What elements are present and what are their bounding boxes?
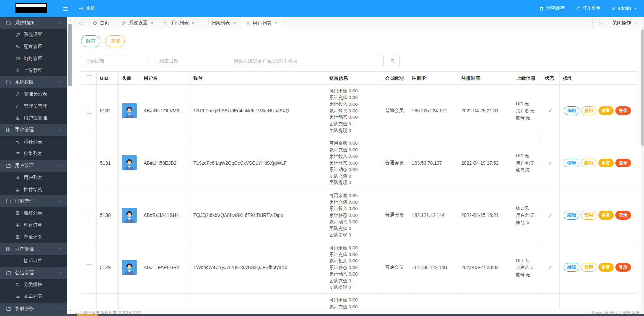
sidebar-item[interactable]: 归集列表	[0, 148, 67, 160]
column-header-uid: UID	[97, 72, 119, 85]
wealth-button[interactable]: 财富	[598, 211, 614, 220]
sitemap-icon	[15, 116, 20, 120]
clear-cache-button[interactable]: 清空缓存	[539, 5, 565, 11]
lock-icon	[15, 104, 20, 109]
sidebar-item[interactable]: 理财管理	[0, 195, 67, 207]
horizontal-scrollbar-thumb[interactable]	[77, 314, 98, 316]
tab[interactable]: 系统设置 ×	[117, 17, 158, 29]
sidebar-scroll-down-arrow[interactable]: ▼	[67, 308, 73, 313]
sidebar-item[interactable]: 用户列表	[0, 172, 67, 183]
wealth-button[interactable]: 财富	[598, 263, 614, 272]
sidebar-item[interactable]: 客服服务	[0, 303, 67, 314]
wealth-button[interactable]: 财富	[598, 106, 614, 115]
tab-close-icon[interactable]: ×	[233, 21, 236, 25]
cell-wealth-info: 可用余额:0.00 累计充值:0.00 累计投入:0.00 累计静态:0.00 …	[329, 192, 378, 238]
chevron-down-icon	[59, 307, 63, 311]
sitemap-icon	[15, 187, 20, 192]
main-vertical-scrollbar[interactable]	[641, 17, 644, 314]
sidebar-item[interactable]: 用户组管理	[0, 112, 67, 124]
tab[interactable]: 首页	[88, 17, 117, 29]
sidebar-item[interactable]: 系统功能	[0, 17, 67, 29]
disable-button[interactable]: 禁用	[581, 159, 596, 167]
status-check-icon: ✓	[548, 108, 552, 114]
user-icon	[611, 6, 616, 11]
row-checkbox[interactable]	[86, 212, 92, 218]
folder-icon	[6, 163, 11, 168]
row-checkbox[interactable]	[86, 108, 92, 114]
row-checkbox[interactable]	[86, 160, 92, 166]
tab[interactable]: 用户列表 ×	[241, 17, 282, 29]
tab[interactable]: 币种列表 ×	[158, 17, 199, 29]
sidebar-item[interactable]: 系统设置	[0, 29, 67, 40]
sidebar-item[interactable]: 上传管理	[0, 64, 67, 76]
admin-user-menu[interactable]: admin	[611, 6, 638, 11]
grid-icon	[15, 235, 20, 239]
hamburger-menu-button[interactable]	[62, 6, 69, 11]
row-checkbox[interactable]	[86, 264, 92, 270]
disable-button[interactable]: 禁用	[581, 211, 596, 220]
sidebar-item[interactable]: 系统权限	[0, 76, 67, 88]
sidebar-item[interactable]: 币种管理	[0, 124, 67, 136]
edit-button[interactable]: 编辑	[564, 211, 579, 220]
list-icon	[204, 21, 209, 25]
tabs-prev-button[interactable]: ◁	[73, 17, 88, 29]
cell-username: AB#BVJA41SH4	[140, 189, 190, 241]
column-header-actions: 操作	[560, 72, 638, 85]
tabs-next-button[interactable]: ▷	[593, 21, 608, 26]
unfreeze-button[interactable]: 解冻	[81, 35, 100, 47]
freeze-button[interactable]: 冻结	[105, 35, 125, 47]
status-check-icon: ✓	[548, 265, 552, 270]
sidebar-item[interactable]: 推荐结构	[0, 183, 67, 195]
login-button[interactable]: 登录	[615, 159, 631, 167]
search-input[interactable]	[229, 55, 384, 67]
login-button[interactable]: 登录	[615, 106, 631, 115]
sidebar-item[interactable]: 理财列表	[0, 207, 67, 219]
end-date-input[interactable]	[155, 55, 221, 67]
sidebar-item[interactable]: 分类模块	[0, 279, 67, 291]
cell-account: TSPFFhsgZhSSU6Eg4Likk6tPR3mNUpJSXQ	[190, 85, 326, 137]
sidebar-item[interactable]: 文章列表	[0, 291, 67, 303]
sidebar-item-label: 分类模块	[24, 282, 42, 288]
close-operations-dropdown[interactable]: 关闭操作	[608, 20, 644, 26]
grid-icon	[15, 211, 20, 216]
sidebar-scroll-up-arrow[interactable]: ▲	[67, 18, 73, 23]
list-icon	[15, 294, 20, 299]
edit-button[interactable]: 编辑	[564, 263, 579, 272]
wealth-button[interactable]: 财富	[598, 159, 614, 167]
sidebar-item[interactable]: 配置管理	[0, 41, 67, 53]
tab-close-icon[interactable]: ×	[192, 21, 194, 25]
main-scrollbar-thumb[interactable]	[641, 29, 644, 146]
tab[interactable]: 归集列表 ×	[199, 17, 240, 29]
edit-button[interactable]: 编辑	[564, 106, 579, 115]
sidebar-item[interactable]: 订单管理	[0, 243, 67, 255]
tab-bar: ◁ 首页 系统设置 × 币种列表 × 归集列表 ×	[73, 17, 644, 29]
cell-register-ip: 182.121.42.144	[408, 189, 458, 241]
start-date-input[interactable]	[81, 55, 147, 67]
sidebar-scrollbar-thumb[interactable]	[68, 24, 72, 86]
sidebar-item[interactable]: 释放记录	[0, 231, 67, 243]
sidebar-item[interactable]: 幻灯管理	[0, 53, 67, 64]
disable-button[interactable]: 禁用	[581, 263, 596, 272]
sidebar-item[interactable]: 理财订单	[0, 219, 67, 231]
sidebar-item-label: 理财管理	[15, 198, 34, 204]
login-button[interactable]: 登录	[615, 263, 631, 272]
sidebar-item-label: 理财列表	[24, 210, 42, 216]
sidebar-item[interactable]: 管理员列表	[0, 88, 67, 100]
login-button[interactable]: 登录	[615, 211, 631, 220]
open-frontend-button[interactable]: 打开前台	[575, 5, 601, 11]
tab-label: 币种列表	[170, 20, 189, 26]
sidebar-item[interactable]: 提币订单	[0, 255, 67, 267]
sidebar-item[interactable]: 公告管理	[0, 267, 67, 279]
tab-close-icon[interactable]: ×	[275, 21, 277, 26]
disable-button[interactable]: 禁用	[581, 106, 596, 115]
table-row: 可用余额:0.00 累计充值:0.00 累计投入:0.00 累计静态:0.00 …	[81, 294, 638, 309]
sidebar-item[interactable]: 管理员管理	[0, 100, 67, 112]
select-all-checkbox[interactable]	[86, 75, 92, 81]
search-button[interactable]	[385, 55, 400, 67]
horizontal-scrollbar[interactable]	[0, 314, 644, 316]
sidebar-item[interactable]: 用户管理	[0, 160, 67, 172]
sidebar-item[interactable]: 币种列表	[0, 136, 67, 148]
edit-button[interactable]: 编辑	[564, 159, 579, 167]
user-avatar	[122, 103, 137, 118]
tab-close-icon[interactable]: ×	[151, 21, 153, 25]
